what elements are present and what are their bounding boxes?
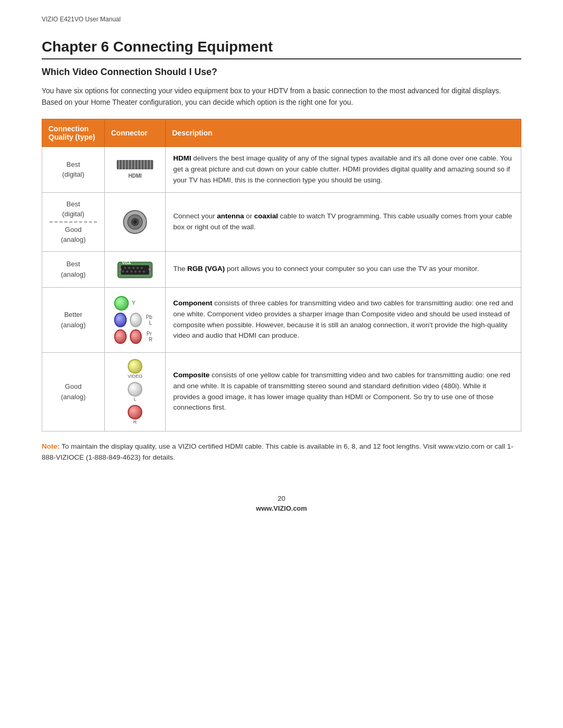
svg-point-9 <box>137 267 139 269</box>
svg-point-14 <box>134 270 137 273</box>
connector-cell: HDMI <box>105 146 166 192</box>
component-r-icon <box>130 329 142 344</box>
intro-text: You have six options for connecting your… <box>42 85 521 108</box>
description-cell: The RGB (VGA) port allows you to connect… <box>166 251 521 287</box>
composite-r-icon <box>128 405 142 419</box>
note-label: Note: <box>42 442 60 450</box>
manual-title: VIZIO E421VO User Manual <box>42 16 120 23</box>
component-l-icon <box>130 313 142 327</box>
page-footer: 20 www.VIZIO.com <box>42 495 521 512</box>
section-title: Which Video Connection Should I Use? <box>42 67 521 78</box>
page-number: 20 <box>42 495 521 502</box>
website-url: www.VIZIO.com <box>256 504 307 512</box>
header-connector: Connector <box>105 119 166 146</box>
hdmi-label: HDMI <box>128 173 142 179</box>
header-quality: Connection Quality (type) <box>42 119 105 146</box>
composite-connector-icon: VIDEO L R <box>112 359 158 425</box>
table-row: Best(analog) <box>42 251 521 287</box>
component-pb-icon <box>114 313 127 327</box>
svg-point-16 <box>143 270 145 273</box>
table-row: Best(digital) Good(analog) Connect your … <box>42 192 521 251</box>
svg-point-3 <box>133 220 137 224</box>
composite-video-icon <box>128 359 142 374</box>
svg-point-15 <box>139 270 141 273</box>
svg-rect-5 <box>121 265 149 275</box>
svg-point-18 <box>149 268 152 271</box>
dashed-separator <box>50 221 97 223</box>
component-y-icon <box>114 296 129 311</box>
note-content: To maintain the display quality, use a V… <box>42 442 513 462</box>
coaxial-connector-icon <box>112 209 158 235</box>
description-cell: Connect your antenna or coaxial cable to… <box>166 192 521 251</box>
quality-cell: Best(digital) <box>42 146 105 192</box>
connector-cell: VGA <box>105 251 166 287</box>
connector-cell <box>105 192 166 251</box>
composite-l-icon <box>128 382 142 397</box>
header-description: Description <box>166 119 521 146</box>
quality-cell: Best(digital) Good(analog) <box>42 192 105 251</box>
chapter-title: Chapter 6 Connecting Equipment <box>42 39 521 59</box>
svg-point-13 <box>130 270 132 273</box>
component-connector-icon: Y Pb L Pr R <box>112 294 158 346</box>
connection-table: Connection Quality (type) Connector Desc… <box>42 119 521 431</box>
quality-cell: Better(analog) <box>42 287 105 352</box>
hdmi-connector-icon: HDMI <box>112 160 158 179</box>
component-pr-icon <box>114 329 127 344</box>
svg-point-8 <box>132 267 134 269</box>
svg-text:VGA: VGA <box>122 261 131 265</box>
description-cell: HDMI delivers the best image quality of … <box>166 146 521 192</box>
note-paragraph: Note: To maintain the display quality, u… <box>42 441 521 463</box>
svg-point-6 <box>124 267 126 269</box>
hdmi-cable-visual <box>117 160 153 169</box>
connector-cell: Y Pb L Pr R <box>105 287 166 352</box>
vga-connector-icon: VGA <box>112 258 158 281</box>
table-row: Good(analog) VIDEO L <box>42 352 521 431</box>
quality-cell: Good(analog) <box>42 352 105 431</box>
manual-header: VIZIO E421VO User Manual <box>42 16 521 23</box>
svg-point-12 <box>126 270 128 273</box>
connector-cell: VIDEO L R <box>105 352 166 431</box>
description-cell: Component consists of three cables for t… <box>166 287 521 352</box>
description-cell: Composite consists of one yellow cable f… <box>166 352 521 431</box>
table-row: Best(digital) HDMI HDMI delivers the bes… <box>42 146 521 192</box>
vga-svg: VGA <box>117 258 153 281</box>
svg-point-7 <box>128 267 130 269</box>
coaxial-svg <box>123 209 148 235</box>
quality-cell: Best(analog) <box>42 251 105 287</box>
svg-point-10 <box>141 267 143 269</box>
table-row: Better(analog) Y Pb L <box>42 287 521 352</box>
svg-point-11 <box>122 270 124 273</box>
svg-point-17 <box>118 268 121 271</box>
